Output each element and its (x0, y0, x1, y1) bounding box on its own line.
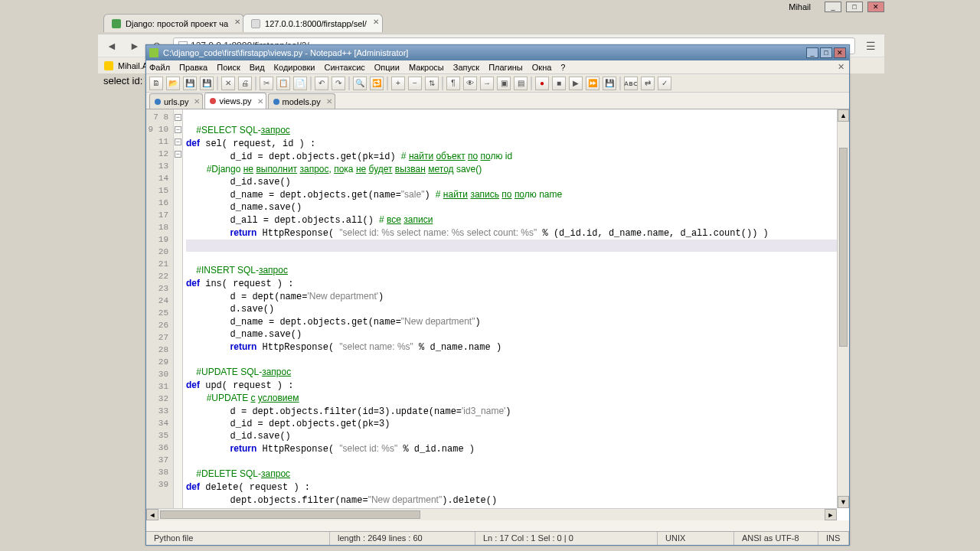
menu-item[interactable]: Окна (532, 63, 552, 72)
editor-area[interactable]: 7 8 9 10 11 12 13 14 15 16 17 18 19 20 2… (146, 109, 849, 520)
vertical-scrollbar[interactable]: ▲ ▼ (837, 109, 849, 508)
search-icon[interactable]: 🔍 (353, 77, 367, 90)
toolbar: 🗎 📂 💾 💾 ✕ 🖨 ✂ 📋 📄 ↶ ↷ 🔍 🔁 + − ⇅ ¶ 👁 → ▣ … (146, 74, 849, 93)
maximize-button[interactable]: □ (820, 47, 832, 58)
zoom-out-icon[interactable]: − (408, 77, 422, 90)
close-button[interactable]: ✕ (867, 2, 884, 12)
tab-label: 127.0.0.1:8000/firstapp/sel/ (265, 19, 367, 28)
forward-button[interactable]: ► (127, 38, 142, 54)
save-macro-icon[interactable]: 💾 (603, 77, 616, 90)
zoom-in-icon[interactable]: + (391, 77, 405, 90)
status-position: Ln : 17 Col : 1 Sel : 0 | 0 (475, 532, 658, 545)
code-content[interactable]: #SELECT SQL-запрос def sel( request, id … (183, 109, 849, 520)
status-mode: INS (818, 532, 849, 545)
scroll-thumb[interactable] (160, 510, 420, 519)
tab-label: Django: простой проект ча (126, 19, 228, 28)
notepadpp-window: C:\django_code\first\firstapp\views.py -… (145, 44, 850, 546)
status-language: Python file (146, 532, 330, 545)
compare-icon[interactable]: ⇄ (641, 77, 655, 90)
new-file-icon[interactable]: 🗎 (149, 77, 163, 90)
close-tab-icon[interactable]: ✕ (326, 97, 332, 106)
scroll-left-icon[interactable]: ◄ (146, 509, 158, 520)
play-macro-icon[interactable]: ▶ (569, 77, 583, 90)
show-all-icon[interactable]: 👁 (463, 77, 477, 90)
minimize-button[interactable]: _ (806, 47, 818, 58)
save-icon[interactable]: 💾 (183, 77, 197, 90)
scroll-up-icon[interactable]: ▲ (838, 109, 849, 122)
file-tab[interactable]: models.py✕ (268, 93, 335, 109)
horizontal-scrollbar[interactable]: ◄ ► (146, 508, 837, 520)
close-button[interactable]: ✕ (834, 47, 846, 58)
paste-icon[interactable]: 📄 (293, 77, 307, 90)
scroll-down-icon[interactable]: ▼ (838, 496, 849, 508)
status-encoding: ANSI as UTF-8 (734, 532, 818, 545)
close-tab-icon[interactable]: ✕ (257, 97, 263, 106)
scroll-thumb[interactable] (839, 148, 848, 347)
page-body-text: select id: (103, 75, 142, 86)
status-length: length : 2649 lines : 60 (330, 532, 475, 545)
record-macro-icon[interactable]: ● (535, 77, 549, 90)
menu-item[interactable]: Файл (149, 63, 170, 72)
copy-icon[interactable]: 📋 (276, 77, 290, 90)
cut-icon[interactable]: ✂ (260, 77, 273, 90)
file-tabs: urls.py✕ views.py✕ models.py✕ (146, 93, 849, 109)
menu-item[interactable]: Синтаксис (325, 63, 365, 72)
line-gutter: 7 8 9 10 11 12 13 14 15 16 17 18 19 20 2… (146, 109, 174, 520)
scroll-right-icon[interactable]: ► (825, 509, 837, 520)
window-titlebar[interactable]: C:\django_code\first\firstapp\views.py -… (146, 45, 849, 60)
print-icon[interactable]: 🖨 (238, 77, 252, 90)
redo-icon[interactable]: ↷ (332, 77, 345, 90)
app-icon (149, 48, 158, 57)
file-tab[interactable]: views.py✕ (204, 93, 266, 109)
fold-column[interactable]: − − − − (174, 109, 183, 520)
replay-macro-icon[interactable]: ⏩ (586, 77, 599, 90)
back-button[interactable]: ◄ (104, 38, 119, 54)
file-tab[interactable]: urls.py✕ (149, 93, 203, 109)
window-title: C:\django_code\first\firstapp\views.py -… (163, 48, 408, 57)
replace-icon[interactable]: 🔁 (370, 77, 384, 90)
menu-item[interactable]: ? (560, 63, 565, 72)
browser-tab[interactable]: 127.0.0.1:8000/firstapp/sel/ ✕ (243, 14, 383, 32)
browser-tab[interactable]: Django: простой проект ча ✕ (103, 14, 244, 32)
menu-item[interactable]: Плагины (488, 63, 523, 72)
undo-icon[interactable]: ↶ (315, 77, 328, 90)
close-tab-icon[interactable]: ✕ (194, 97, 200, 106)
menu-item[interactable]: Вид (250, 63, 265, 72)
modified-icon (210, 98, 216, 104)
save-all-icon[interactable]: 💾 (200, 77, 214, 90)
bookmark-icon[interactable]: ☰ (863, 38, 878, 54)
spellcheck-icon[interactable]: ᴀʙᴄ (624, 77, 638, 90)
status-bar: Python file length : 2649 lines : 60 Ln … (146, 531, 849, 545)
doc-close-icon[interactable]: ✕ (838, 62, 844, 72)
menu-item[interactable]: Макросы (409, 63, 444, 72)
tab-close-icon[interactable]: ✕ (373, 18, 379, 26)
menu-item[interactable]: Опции (374, 63, 400, 72)
modified-icon (273, 99, 279, 105)
menu-item[interactable]: Правка (179, 63, 207, 72)
menu-bar: Файл Правка Поиск Вид Кодировки Синтакси… (146, 60, 849, 74)
status-eol: UNIX (658, 532, 734, 545)
favicon-icon (251, 19, 260, 28)
sync-icon[interactable]: ⇅ (425, 77, 439, 90)
wrap-icon[interactable]: ¶ (446, 77, 460, 90)
favicon-icon (112, 19, 121, 28)
desktop-username: Mihail (789, 2, 811, 11)
bookmark-label[interactable]: Mihail.A (118, 61, 148, 70)
open-file-icon[interactable]: 📂 (166, 77, 180, 90)
plugin-icon[interactable]: ✓ (658, 77, 671, 90)
doc-map-icon[interactable]: ▤ (514, 77, 528, 90)
menu-item[interactable]: Поиск (217, 63, 240, 72)
menu-item[interactable]: Запуск (453, 63, 479, 72)
bookmark-icon (104, 61, 113, 70)
fold-icon[interactable]: ▣ (497, 77, 511, 90)
maximize-button[interactable]: □ (846, 2, 863, 12)
minimize-button[interactable]: _ (825, 2, 841, 12)
modified-icon (155, 99, 161, 105)
menu-item[interactable]: Кодировки (274, 63, 315, 72)
tab-close-icon[interactable]: ✕ (234, 18, 240, 26)
stop-macro-icon[interactable]: ■ (552, 77, 566, 90)
indent-icon[interactable]: → (480, 77, 494, 90)
close-doc-icon[interactable]: ✕ (221, 77, 235, 90)
